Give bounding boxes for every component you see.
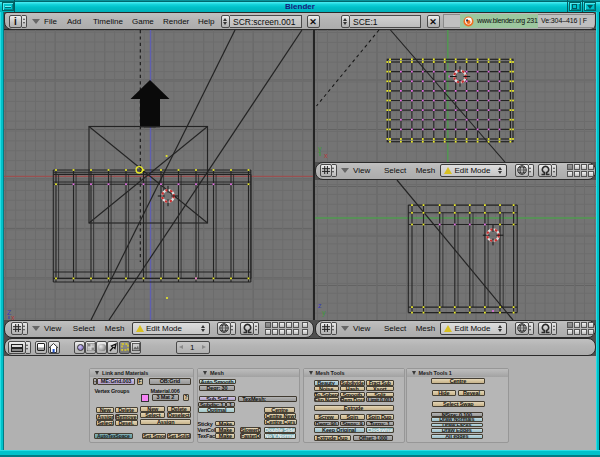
svg-text:y: y bbox=[318, 145, 322, 153]
svg-text:x: x bbox=[324, 152, 328, 159]
svg-text:y: y bbox=[322, 309, 326, 317]
svg-text:z: z bbox=[318, 302, 322, 309]
